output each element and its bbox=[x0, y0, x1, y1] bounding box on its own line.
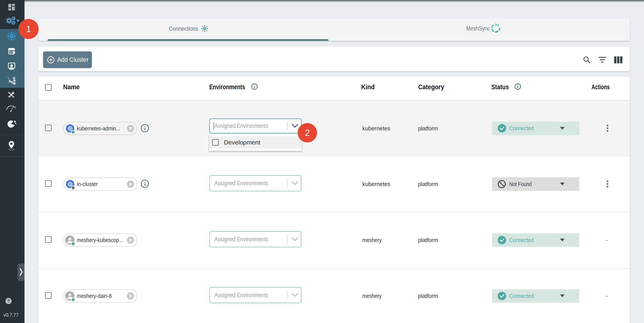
svg-text:?: ? bbox=[7, 298, 10, 303]
